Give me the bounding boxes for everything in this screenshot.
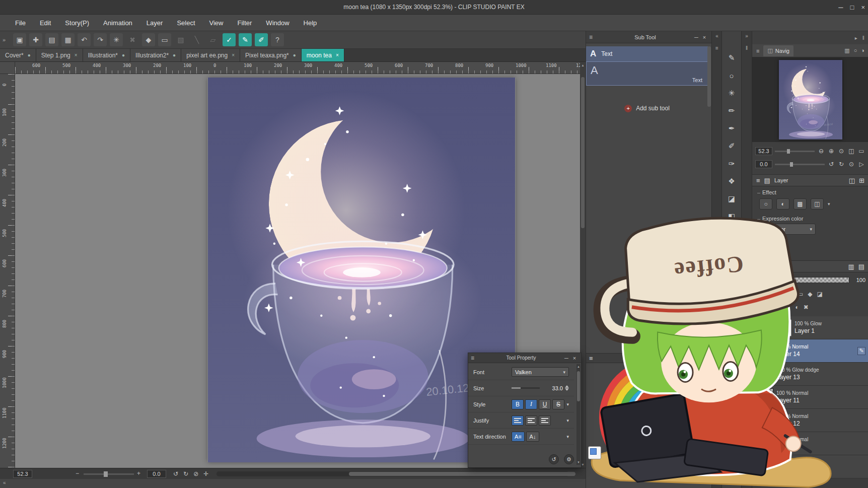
font-dropdown[interactable]: Valken ▾ xyxy=(512,367,569,377)
rotate-left-icon[interactable]: ↺ xyxy=(173,470,178,477)
rotate-right-icon[interactable]: ↻ xyxy=(183,470,188,477)
menu-item[interactable]: Layer xyxy=(139,15,170,31)
bold-button[interactable]: B xyxy=(512,399,524,409)
tab-marker-icon[interactable]: × xyxy=(232,52,235,58)
new-folder-icon[interactable]: ▱ xyxy=(767,304,771,311)
scroll-down-icon[interactable]: ▾ xyxy=(576,460,581,464)
navigator-zoom-slider[interactable] xyxy=(775,151,815,152)
grid-icon[interactable]: ▤ xyxy=(764,177,770,184)
navigator-rotate-value[interactable]: 0.0 xyxy=(755,160,772,168)
expand-chevron[interactable]: ▸ xyxy=(855,35,857,41)
pen-tool-icon[interactable]: ✎ xyxy=(725,51,738,64)
rotation-value[interactable]: 0.0 xyxy=(147,470,166,478)
effect-layer-color-icon[interactable]: ◫ xyxy=(811,198,824,210)
layer-thumbnail[interactable] xyxy=(755,319,773,337)
redo-icon[interactable]: ↷ xyxy=(94,33,107,46)
document-tab[interactable]: Illustration2* ● xyxy=(130,49,181,61)
horizontal-text-button[interactable]: A≡ xyxy=(512,432,525,442)
brush-tool-icon[interactable]: ✒ xyxy=(725,122,738,135)
tool-property-scrollbar[interactable]: ▴ ▾ xyxy=(576,364,581,465)
reset-view-icon[interactable]: ⊘ xyxy=(193,470,198,477)
tool-property-header[interactable]: ≡ Tool Property ─ × xyxy=(468,353,581,363)
menu-item[interactable]: Filter xyxy=(230,15,259,31)
document-tab[interactable]: moon tea × xyxy=(302,49,344,61)
document-tab[interactable]: pixel art ee.png × xyxy=(181,49,240,61)
layer-opacity-slider[interactable] xyxy=(789,277,849,283)
layer-search-icon[interactable]: ▥ xyxy=(848,263,854,270)
undo-icon[interactable]: ↶ xyxy=(78,33,91,46)
panel-menu-icon[interactable]: ≡ xyxy=(756,48,759,54)
canvas-horizontal-scrollbar[interactable] xyxy=(216,471,569,476)
scroll-up-icon[interactable]: ▴ xyxy=(576,365,581,369)
zoom-tool-icon[interactable]: ○ xyxy=(725,69,738,82)
sub-tool-header[interactable]: ≡ Sub Tool ─ × xyxy=(586,31,711,43)
navigator-zoom-value[interactable]: 52.3 xyxy=(755,147,772,155)
select-area-icon[interactable]: ▧ xyxy=(174,33,187,46)
navigator-tab[interactable]: ◫ Navig xyxy=(763,45,793,56)
menu-item[interactable]: Story(P) xyxy=(58,15,96,31)
zoom-in-icon[interactable]: ⊕ xyxy=(827,148,835,155)
menu-item[interactable]: File xyxy=(8,15,33,31)
zoom-in-icon[interactable]: + xyxy=(137,470,140,477)
decoration-tool-icon[interactable]: ❖ xyxy=(725,175,738,188)
toolbar-overflow-chevron[interactable]: » xyxy=(0,37,8,43)
ruler-layer-icon[interactable]: ▭ xyxy=(798,291,803,298)
align-right-button[interactable] xyxy=(539,415,551,426)
menu-item[interactable]: View xyxy=(202,15,231,31)
layer-row[interactable]: 100 % Normal Layer 14 ✎ xyxy=(752,339,868,363)
fit-screen-icon[interactable]: ◫ xyxy=(847,148,855,155)
chevron-down-icon[interactable]: ▾ xyxy=(566,418,569,423)
vertical-text-button[interactable]: A↓ xyxy=(526,432,539,442)
stepper-down-icon[interactable] xyxy=(565,388,569,391)
layer-row[interactable]: 100 % Normal Layer 6 xyxy=(752,455,868,478)
reference-layer-icon[interactable]: ◆ xyxy=(808,291,812,298)
italic-button[interactable]: I xyxy=(525,399,537,409)
panel-minimize-icon[interactable]: ─ xyxy=(692,34,700,40)
layer-subview-icon[interactable]: ◫ xyxy=(849,177,855,184)
sub-tool-item-text[interactable]: A Text xyxy=(586,61,708,86)
scroll-up-icon[interactable]: ▴ xyxy=(580,63,586,67)
clip-below-icon[interactable]: ◪ xyxy=(817,291,823,298)
transform-icon[interactable]: ▭ xyxy=(158,33,171,46)
effect-pattern-icon[interactable]: ▩ xyxy=(793,198,807,210)
open-file-icon[interactable]: ▤ xyxy=(45,33,58,46)
blend-star-tool-icon[interactable]: ✳ xyxy=(725,87,738,100)
align-center-button[interactable] xyxy=(525,415,537,426)
close-button[interactable]: × xyxy=(861,4,865,11)
layer-thumbnail[interactable] xyxy=(755,458,773,476)
tab-marker-icon[interactable]: ● xyxy=(293,52,296,58)
tab-marker-icon[interactable]: ● xyxy=(173,52,176,58)
rotate-right-icon[interactable]: ↻ xyxy=(837,161,845,168)
document-tab[interactable]: Illustration* ● xyxy=(83,49,130,61)
effect-none-icon[interactable]: ○ xyxy=(759,198,772,210)
tab-marker-icon[interactable]: × xyxy=(75,52,78,58)
document-tab[interactable]: Step 1.png × xyxy=(36,49,83,61)
navigator-rotate-slider[interactable] xyxy=(775,164,825,165)
sub-tool-scrollbar[interactable] xyxy=(707,46,711,107)
slider-knob[interactable] xyxy=(790,162,793,167)
layer-row[interactable]: 100 % Normal Layer 11 xyxy=(752,386,868,409)
collapse-left-chevron[interactable]: « xyxy=(712,33,722,39)
zoom-glass-icon[interactable]: ○ xyxy=(854,47,857,54)
merge-down-icon[interactable]: ↥ xyxy=(785,304,790,311)
blur-tool-icon[interactable]: ◧ xyxy=(725,210,738,223)
underline-button[interactable]: U xyxy=(539,399,551,409)
marker-tool-icon[interactable]: ✑ xyxy=(725,157,738,170)
help-icon[interactable]: ? xyxy=(271,33,284,46)
layer-thumbnail[interactable] xyxy=(755,365,773,383)
panel-close-icon[interactable]: × xyxy=(700,34,708,40)
menu-item[interactable]: Help xyxy=(297,15,324,31)
airbrush-tool-icon[interactable]: ✐ xyxy=(725,140,738,153)
new-file-icon[interactable]: ✚ xyxy=(29,33,42,46)
menu-item[interactable]: Window xyxy=(259,15,296,31)
panel-menu-icon[interactable]: ≡ xyxy=(589,355,593,362)
snap-icon[interactable]: ✳ xyxy=(110,33,123,46)
tool-property-panel[interactable]: ≡ Tool Property ─ × Font Valken ▾ Size 3… xyxy=(468,353,582,468)
layer-opacity-value[interactable]: 100 xyxy=(852,277,865,283)
scrollbar-thumb[interactable] xyxy=(577,371,580,401)
menu-item[interactable]: Edit xyxy=(33,15,58,31)
document-tab[interactable]: Cover* ● xyxy=(0,49,36,61)
layer-thumbnail[interactable] xyxy=(755,342,773,360)
expression-color-dropdown[interactable]: Color ▾ xyxy=(759,224,816,235)
correct-check-icon[interactable]: ✓ xyxy=(223,33,236,46)
